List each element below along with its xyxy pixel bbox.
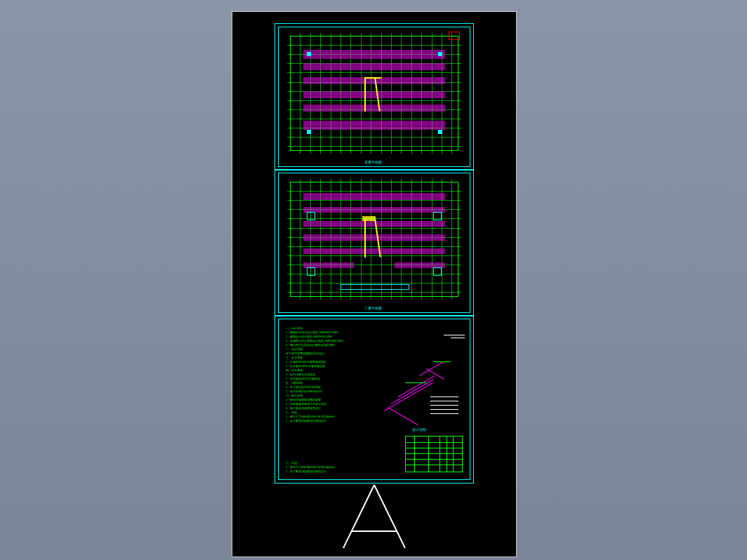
sheet-floor-plan-2: 二层平面图 — [275, 169, 474, 316]
sheet-border: 首层平面图 — [278, 27, 470, 167]
materials-table — [405, 436, 463, 472]
sheet-notes: 一、设计依据1、建筑给水排水设计规范 GB50015-20032、建筑设计防火规… — [275, 315, 474, 484]
sheet-title: 首层平面图 — [364, 160, 382, 164]
signature-block: 七、其他 1、图中尺寸除标高以米计外均以毫米计 2、未尽事宜按国家现行规范执行 — [286, 461, 363, 474]
sheet-border: 二层平面图 — [278, 173, 470, 313]
design-notes: 一、设计依据1、建筑给水排水设计规范 GB50015-20032、建筑设计防火规… — [286, 326, 370, 481]
sheet-title: 二层平面图 — [364, 306, 382, 310]
cad-canvas[interactable]: 首层平面图 — [232, 11, 517, 557]
drawing-area: 首层平面图 — [253, 23, 495, 482]
north-arrow-a — [329, 482, 419, 551]
riser-label: 设计说明 — [412, 427, 426, 432]
sheet-border: 一、设计依据1、建筑给水排水设计规范 GB50015-20032、建筑设计防火规… — [278, 319, 470, 480]
note-line: 2、未尽事宜按国家现行规范执行 — [286, 419, 370, 423]
plan-grid-2 — [290, 182, 458, 297]
sheet-floor-plan-1: 首层平面图 — [275, 23, 474, 171]
plan-grid-1 — [290, 36, 458, 151]
legend-symbols — [430, 396, 458, 425]
